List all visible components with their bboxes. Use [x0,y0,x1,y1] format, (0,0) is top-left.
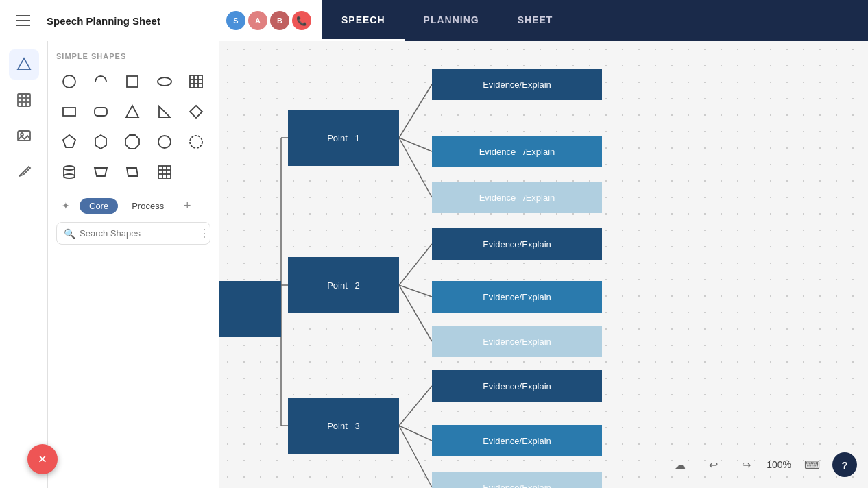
left-sidebar [0,41,48,488]
svg-line-38 [399,84,432,138]
svg-marker-20 [159,106,170,117]
tab-planning[interactable]: PLANNING [405,0,498,41]
app-header: Speech Planning Sheet S A B 📞 SPEECH PLA… [0,0,868,41]
svg-line-42 [399,244,432,285]
svg-marker-22 [63,135,75,147]
shape-arc[interactable] [88,69,114,95]
point-3-label: Point 3 [327,421,360,431]
tab-process[interactable]: Process [122,198,173,214]
svg-marker-31 [95,168,107,176]
tab-core[interactable]: Core [80,198,118,214]
shape-rect[interactable] [56,99,82,125]
tab-speech[interactable]: SPEECH [322,0,405,41]
svg-line-44 [399,285,432,341]
point-3-box[interactable]: Point 3 [288,398,399,454]
intro-box[interactable] [219,281,281,337]
svg-point-7 [21,133,23,136]
document-title: Speech Planning Sheet [47,15,160,27]
shape-parallelogram[interactable] [119,159,145,185]
grid-sidebar-icon[interactable] [9,85,39,115]
svg-rect-12 [190,75,202,88]
svg-marker-0 [18,58,30,69]
evidence-1-2[interactable]: Evidence /Explain [432,136,602,167]
svg-rect-18 [95,108,107,116]
add-tab-button[interactable]: + [178,196,197,215]
svg-point-11 [158,77,171,86]
shapes-grid [56,69,210,185]
menu-button[interactable] [11,8,36,33]
canvas-area[interactable]: Point 1 Evidence/Explain Evidence /Expla… [219,41,868,488]
tab-sheet[interactable]: SHEET [498,0,572,41]
bottom-toolbar: ☁ ↩ ↪ 100% ⌨ ? [668,452,857,477]
svg-rect-1 [18,94,30,106]
drawing-sidebar-icon[interactable] [9,156,39,186]
evidence-3-3[interactable]: Evidence/Explain [432,472,602,488]
fab-close-button[interactable]: × [27,444,58,474]
avatar-b[interactable]: B [270,11,289,30]
shape-circle3[interactable] [183,129,209,155]
search-shapes-input[interactable] [80,228,195,239]
search-more-icon[interactable]: ⋮ [199,227,210,240]
shape-table[interactable] [183,69,209,95]
nav-tabs: SPEECH PLANNING SHEET [322,0,572,41]
shape-grid[interactable] [152,159,178,185]
evidence-1-3[interactable]: Evidence /Explain [432,182,602,213]
evidence-2-3[interactable]: Evidence/Explain [432,326,602,357]
svg-marker-19 [126,106,138,117]
evidence-1-1[interactable]: Evidence/Explain [432,69,602,100]
shape-roundrect[interactable] [88,99,114,125]
search-shapes-row: 🔍 ⋮ [56,222,210,245]
svg-point-27 [64,166,75,170]
svg-line-46 [399,386,432,426]
point-1-label: Point 1 [327,133,360,143]
redo-icon[interactable]: ↪ [734,452,758,477]
shapes-panel: SIMPLE SHAPES [48,41,219,488]
shape-cylinder[interactable] [56,159,82,185]
shapes-sidebar-icon[interactable] [9,49,39,80]
search-icon: 🔍 [64,228,75,239]
svg-point-26 [190,136,202,148]
shape-oval[interactable] [152,69,178,95]
svg-marker-32 [127,168,138,176]
evidence-3-2[interactable]: Evidence/Explain [432,425,602,456]
svg-rect-17 [63,108,75,116]
header-white-section: Speech Planning Sheet S A B 📞 [0,0,322,41]
shape-righttriangle[interactable] [152,99,178,125]
svg-rect-10 [127,76,138,87]
evidence-3-1[interactable]: Evidence/Explain [432,370,602,402]
svg-line-39 [399,138,432,151]
point-1-box[interactable]: Point 1 [288,110,399,166]
point-2-box[interactable]: Point 2 [288,257,399,313]
shape-circle[interactable] [56,69,82,95]
shape-diamond[interactable] [183,99,209,125]
undo-icon[interactable]: ↩ [701,452,725,477]
shape-octagon[interactable] [119,129,145,155]
keyboard-icon[interactable]: ⌨ [799,452,824,477]
svg-point-9 [63,75,75,88]
cloud-icon[interactable]: ☁ [668,452,692,477]
svg-point-25 [158,136,171,148]
collaborators-area: S A B 📞 [226,11,311,30]
point-2-label: Point 2 [327,280,360,291]
shape-pentagon[interactable] [56,129,82,155]
help-button[interactable]: ? [832,452,857,477]
svg-line-43 [399,285,432,297]
evidence-2-2[interactable]: Evidence/Explain [432,281,602,313]
evidence-2-1[interactable]: Evidence/Explain [432,228,602,260]
svg-line-40 [399,138,432,197]
shape-hexagon[interactable] [88,129,114,155]
shape-circle2[interactable] [152,129,178,155]
shape-trapezoid[interactable] [88,159,114,185]
svg-marker-21 [190,106,202,118]
svg-marker-24 [125,135,139,149]
svg-line-48 [399,426,432,487]
shape-tab-star-icon[interactable]: ✦ [56,196,75,215]
shape-triangle[interactable] [119,99,145,125]
shape-tabs-row: ✦ Core Process + [56,196,210,215]
avatar-a[interactable]: A [248,11,267,30]
phone-icon[interactable]: 📞 [292,11,311,30]
shape-square[interactable] [119,69,145,95]
avatar-s[interactable]: S [226,11,245,30]
svg-point-30 [64,174,75,178]
image-sidebar-icon[interactable] [9,121,39,151]
